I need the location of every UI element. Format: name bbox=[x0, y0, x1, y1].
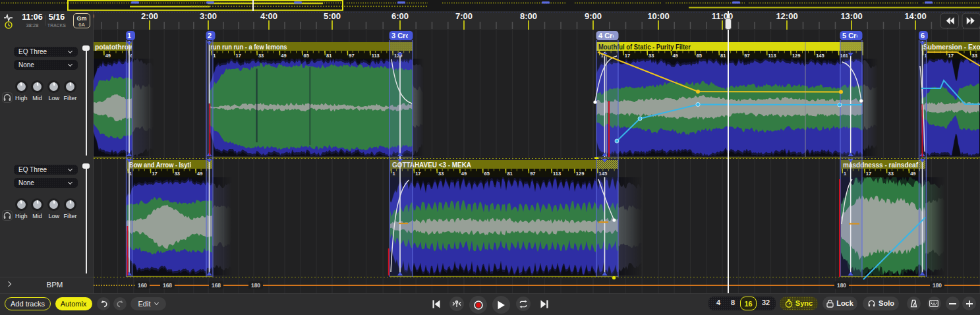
svg-text:97: 97 bbox=[349, 53, 354, 59]
svg-text:97: 97 bbox=[744, 53, 749, 59]
svg-text:2: 2 bbox=[208, 32, 212, 40]
svg-text:4:00: 4:00 bbox=[260, 11, 277, 21]
svg-text:33: 33 bbox=[649, 53, 654, 59]
svg-text:33: 33 bbox=[972, 53, 977, 59]
svg-text:1: 1 bbox=[213, 53, 216, 59]
svg-text:17: 17 bbox=[152, 171, 157, 177]
svg-text:168: 168 bbox=[212, 282, 221, 289]
svg-text:17: 17 bbox=[625, 53, 630, 59]
svg-text:17: 17 bbox=[948, 53, 954, 59]
svg-text:49: 49 bbox=[672, 53, 677, 59]
svg-text:6: 6 bbox=[921, 32, 925, 40]
svg-text:Bow and Arrow - Isyti: Bow and Arrow - Isyti bbox=[129, 161, 191, 169]
svg-text:7:00: 7:00 bbox=[455, 11, 473, 21]
svg-text:Submersion - Exod: Submersion - Exod bbox=[923, 43, 980, 51]
svg-text:17: 17 bbox=[236, 53, 241, 59]
svg-text:17: 17 bbox=[415, 171, 420, 177]
svg-text:113: 113 bbox=[553, 171, 561, 177]
svg-text:14:00: 14:00 bbox=[904, 11, 926, 21]
svg-text:2:00: 2:00 bbox=[141, 11, 158, 21]
svg-text:160: 160 bbox=[138, 282, 147, 289]
svg-text:81: 81 bbox=[326, 53, 331, 59]
svg-text:17: 17 bbox=[866, 171, 871, 177]
svg-text:33: 33 bbox=[438, 171, 444, 177]
svg-text:180: 180 bbox=[933, 282, 942, 289]
svg-text:12:00: 12:00 bbox=[776, 11, 797, 21]
svg-text:33: 33 bbox=[888, 171, 894, 177]
svg-text:49: 49 bbox=[461, 171, 467, 177]
svg-text:49: 49 bbox=[910, 171, 915, 177]
svg-text:49: 49 bbox=[281, 53, 286, 59]
svg-text:129: 129 bbox=[792, 53, 801, 59]
svg-text:65: 65 bbox=[484, 171, 490, 177]
svg-text:3 Cro: 3 Cro bbox=[391, 32, 410, 40]
svg-text:180: 180 bbox=[251, 282, 260, 289]
svg-text:10:00: 10:00 bbox=[647, 11, 669, 21]
svg-text:33: 33 bbox=[258, 53, 264, 59]
svg-text:9:00: 9:00 bbox=[585, 11, 602, 21]
svg-text:129: 129 bbox=[576, 171, 585, 177]
svg-text:33: 33 bbox=[175, 171, 180, 177]
svg-text:8:00: 8:00 bbox=[520, 11, 537, 21]
svg-text:97: 97 bbox=[530, 171, 535, 177]
svg-text:run run run - a few lemons: run run run - a few lemons bbox=[211, 43, 287, 51]
svg-text:113: 113 bbox=[372, 53, 380, 59]
svg-text:168: 168 bbox=[163, 282, 172, 289]
svg-text:49: 49 bbox=[105, 53, 111, 59]
svg-text:113: 113 bbox=[768, 53, 776, 59]
svg-text:65: 65 bbox=[304, 53, 309, 59]
svg-text:81: 81 bbox=[507, 171, 512, 177]
svg-text:180: 180 bbox=[837, 282, 846, 289]
svg-text:6:00: 6:00 bbox=[391, 11, 409, 21]
svg-text:1: 1 bbox=[127, 32, 131, 40]
svg-text:13:00: 13:00 bbox=[840, 11, 862, 21]
svg-text:49: 49 bbox=[197, 171, 202, 177]
svg-text:65: 65 bbox=[697, 53, 702, 59]
svg-text:81: 81 bbox=[720, 53, 726, 59]
svg-text:145: 145 bbox=[816, 53, 824, 59]
svg-text:3:00: 3:00 bbox=[200, 11, 217, 21]
svg-text:5:00: 5:00 bbox=[324, 11, 341, 21]
